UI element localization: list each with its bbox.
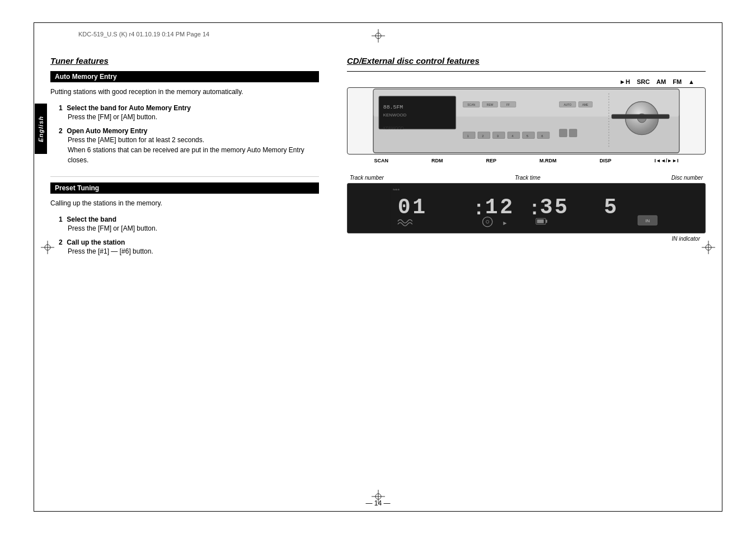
svg-text:1: 1 — [467, 134, 469, 138]
display-image: 01 : 12 : 35 5 — [347, 183, 706, 233]
svg-rect-26 — [523, 132, 535, 139]
device-image: 88.5FM KENWOOD KENWOOD 1 2 3 4 — [347, 87, 706, 154]
svg-text:2: 2 — [482, 134, 483, 138]
page-border-top — [34, 22, 722, 23]
crosshair-top — [372, 29, 385, 44]
svg-text:AME: AME — [582, 104, 588, 106]
main-content: Tuner features Auto Memory Entry Putting… — [50, 56, 706, 500]
preset-tuning-description: Calling up the stations in the memory. — [50, 198, 319, 208]
auto-memory-description: Putting stations with good reception in … — [50, 87, 319, 97]
svg-text:IN: IN — [645, 218, 650, 223]
label-src: SRC — [637, 78, 650, 85]
svg-rect-42 — [560, 129, 567, 137]
svg-text::: : — [529, 198, 541, 220]
step-2-number: 2 — [59, 127, 63, 135]
auto-memory-step-1: 1 Select the band for Auto Memory Entry … — [50, 104, 319, 122]
svg-text:AUTO: AUTO — [564, 104, 571, 106]
svg-rect-45 — [612, 114, 669, 119]
step-1-number: 1 — [59, 104, 63, 112]
section-divider — [50, 176, 319, 177]
track-number-label: Track number — [350, 175, 384, 181]
svg-rect-18 — [463, 132, 475, 139]
display-section: Track number Track time Disc number 01 — [347, 175, 706, 242]
svg-rect-57 — [396, 189, 397, 190]
preset-step-2-detail: Press the [#1] — [#6] button. — [59, 246, 319, 256]
svg-rect-20 — [478, 132, 490, 139]
svg-text::: : — [473, 198, 485, 220]
cd-title-underline — [347, 71, 706, 72]
label-eject: ▲ — [688, 78, 694, 85]
ctrl-rep: REP — [486, 158, 496, 163]
preset-step-1: 1 Select the band Press the [FM] or [AM]… — [50, 215, 319, 233]
header-info: KDC-519_U.S (K) r4 01.10.19 0:14 PM Page… — [78, 31, 209, 38]
svg-text:►: ► — [502, 220, 508, 226]
page-number: — 14 — — [365, 499, 390, 507]
svg-rect-56 — [395, 189, 396, 190]
svg-text:SCAN: SCAN — [467, 104, 475, 106]
language-tab: English — [35, 104, 47, 154]
cd-features-title: CD/External disc control features — [347, 56, 706, 65]
svg-text:KENWOOD: KENWOOD — [383, 113, 407, 118]
svg-text:12: 12 — [485, 195, 515, 219]
preset-step-1-detail: Press the [FM] or [AM] button. — [59, 223, 319, 233]
ctrl-disp: DISP — [599, 158, 611, 163]
preset-tuning-header: Preset Tuning — [50, 182, 319, 194]
in-indicator-label: IN indicator — [347, 236, 706, 242]
label-fm: FM — [673, 78, 682, 85]
tuner-features-title: Tuner features — [50, 56, 319, 65]
auto-memory-header: Auto Memory Entry — [50, 71, 319, 82]
svg-rect-58 — [398, 189, 400, 190]
step-2-detail1: Press the [AME] button for at least 2 se… — [59, 135, 319, 145]
disc-number-label: Disc number — [672, 175, 703, 181]
label-forward-h: ►H — [619, 78, 630, 85]
device-diagram: ►H SRC AM FM ▲ 88.5FM KENWOOD — [347, 78, 706, 163]
svg-text:KENWOOD: KENWOOD — [383, 126, 403, 130]
svg-text:88.5FM: 88.5FM — [383, 104, 403, 110]
preset-step-2-number: 2 — [59, 238, 63, 246]
left-column: Tuner features Auto Memory Entry Putting… — [50, 56, 319, 261]
ctrl-skip: I◄◄/►►I — [654, 158, 678, 163]
label-am: AM — [656, 78, 666, 85]
right-column: CD/External disc control features ►H SRC… — [347, 56, 706, 242]
svg-rect-24 — [508, 132, 520, 139]
svg-rect-64 — [537, 219, 544, 223]
step-1-detail: Press the [FM] or [AM] button. — [59, 112, 319, 122]
svg-text:01: 01 — [398, 195, 428, 219]
page-border-bottom — [34, 511, 722, 512]
preset-step-2-title: Call up the station — [67, 238, 125, 246]
control-labels-row: SCAN RDM REP M.RDM DISP I◄◄/►►I — [347, 158, 706, 163]
ctrl-scan: SCAN — [374, 158, 388, 163]
auto-memory-section: Auto Memory Entry Putting stations with … — [50, 71, 319, 165]
svg-rect-63 — [546, 220, 547, 223]
step-1-title: Select the band for Auto Memory Entry — [67, 104, 191, 112]
svg-text:35: 35 — [540, 195, 570, 219]
page-border-right — [722, 22, 722, 512]
svg-rect-28 — [537, 132, 550, 139]
svg-rect-43 — [569, 129, 577, 137]
svg-text:FF: FF — [506, 104, 510, 106]
svg-text:REW: REW — [487, 104, 494, 106]
page-border-left — [34, 22, 34, 512]
svg-text:5: 5 — [604, 195, 617, 219]
preset-step-1-number: 1 — [59, 216, 63, 223]
preset-step-2: 2 Call up the station Press the [#1] — [… — [50, 238, 319, 256]
track-time-label: Track time — [515, 175, 541, 181]
device-labels-row: ►H SRC AM FM ▲ — [347, 78, 706, 85]
display-labels: Track number Track time Disc number — [347, 175, 706, 181]
auto-memory-step-2: 2 Open Auto Memory Entry Press the [AME]… — [50, 127, 319, 165]
step-2-title: Open Auto Memory Entry — [67, 127, 147, 135]
svg-rect-47 — [393, 189, 395, 190]
ctrl-rdm: RDM — [431, 158, 443, 163]
step-2-detail2: When 6 stations that can be received are… — [59, 145, 319, 165]
preset-step-1-title: Select the band — [67, 216, 116, 223]
svg-rect-22 — [493, 132, 505, 139]
svg-rect-46 — [391, 186, 662, 230]
ctrl-mrdm: M.RDM — [539, 158, 557, 163]
preset-tuning-section: Preset Tuning Calling up the stations in… — [50, 182, 319, 256]
